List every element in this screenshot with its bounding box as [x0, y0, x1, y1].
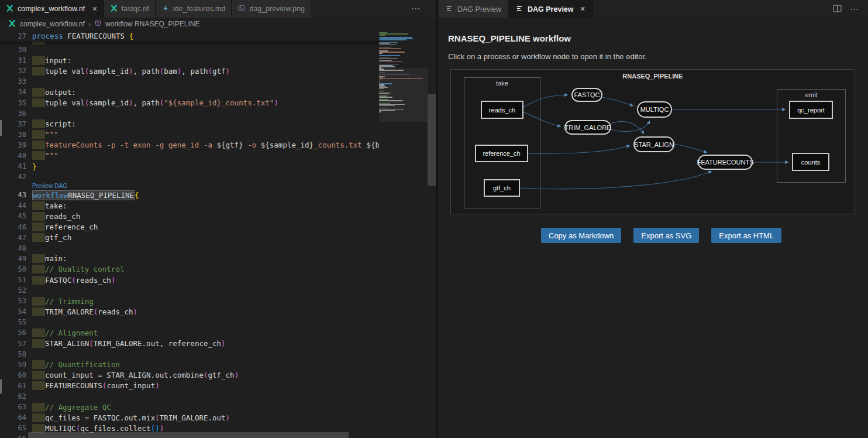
code-line[interactable]: 33 [0, 76, 379, 87]
line-number: 47 [0, 234, 26, 242]
line-number: 35 [0, 99, 26, 107]
dag-node-qc_report[interactable]: qc_report [789, 101, 833, 119]
code-line[interactable]: 52 [0, 285, 379, 296]
code-line[interactable]: 46reference_ch [0, 222, 379, 232]
editor-tab-fastqc.nf[interactable]: fastqc.nf [104, 0, 156, 18]
code-line[interactable]: 38""" [0, 129, 379, 140]
indent-highlight [32, 141, 45, 149]
gutter-decoration [0, 379, 2, 393]
code-line[interactable]: 58 [0, 349, 379, 360]
code-line[interactable]: 47gtf_ch [0, 232, 379, 243]
dag-node-STAR_ALIGN[interactable]: STAR_ALIGN [633, 136, 674, 152]
line-number: 51 [0, 276, 26, 284]
sticky-scroll-line[interactable]: 27process FEATURECOUNTS { [0, 30, 379, 42]
line-number: 50 [0, 265, 26, 273]
minimap-slider[interactable] [379, 68, 428, 122]
code-line[interactable]: 59// Quantification [0, 360, 379, 370]
code-line[interactable]: 62 [0, 391, 379, 402]
breadcrumb-file[interactable]: complex_workflow.nf [20, 20, 85, 28]
code-line[interactable]: 31input: [0, 55, 379, 66]
code-line[interactable]: 40""" [0, 150, 379, 161]
line-number: 34 [0, 88, 26, 96]
preview-icon [516, 5, 523, 14]
code-editor[interactable]: 27process FEATURECOUNTS { 3031input:32tu… [0, 30, 436, 438]
indent-highlight [32, 233, 45, 242]
code-line[interactable]: 42 [0, 172, 379, 182]
code-line[interactable]: 36 [0, 108, 379, 119]
line-number: 38 [0, 131, 26, 139]
indent-highlight [32, 201, 45, 210]
code-line[interactable]: 34output: [0, 87, 379, 97]
code-line[interactable]: 45reads_ch [0, 211, 379, 221]
export-as-html-button[interactable]: Export as HTML [711, 228, 781, 243]
indent-highlight [32, 265, 45, 273]
code-line[interactable]: 55 [0, 317, 379, 327]
dag-node-reference_ch[interactable]: reference_ch [475, 145, 528, 162]
close-icon[interactable]: ✕ [92, 5, 97, 13]
indent-highlight [32, 297, 45, 306]
code-line[interactable]: 44take: [0, 200, 379, 211]
editor-tab-complex_workflow.nf[interactable]: complex_workflow.nf✕ [0, 0, 104, 18]
line-number: 32 [0, 67, 26, 75]
panel-subtitle: Click on a process or workflow node to o… [448, 52, 859, 61]
panel-more-actions-icon[interactable]: ⋯ [850, 4, 860, 15]
code-line[interactable]: 60count_input = STAR_ALIGN.out.combine(g… [0, 370, 379, 381]
line-number: 41 [0, 162, 26, 170]
breadcrumb: complex_workflow.nf › workflow RNASEQ_PI… [0, 18, 436, 30]
indent-highlight [32, 403, 45, 412]
dag-node-counts[interactable]: counts [792, 153, 829, 171]
image-icon [237, 4, 246, 14]
vertical-scrollbar[interactable] [428, 94, 436, 186]
indent-highlight [32, 212, 45, 221]
export-as-svg-button[interactable]: Export as SVG [633, 228, 699, 243]
code-line[interactable]: 57STAR_ALIGN(TRIM_GALORE.out, reference_… [0, 338, 379, 349]
code-line[interactable]: 56// Alignment [0, 327, 379, 338]
line-number: 52 [0, 286, 26, 295]
code-line[interactable]: 64qc_files = FASTQC.out.mix(TRIM_GALORE.… [0, 412, 379, 423]
code-line[interactable]: 37script: [0, 119, 379, 129]
code-line[interactable]: 35tuple val(sample_id), path("${sample_i… [0, 97, 379, 108]
line-number: 55 [0, 318, 26, 326]
code-line[interactable]: 61FEATURECOUNTS(count_input) [0, 381, 379, 391]
code-line[interactable]: 49main: [0, 254, 379, 264]
editor-more-actions-icon[interactable]: ⋯ [411, 4, 421, 14]
code-line[interactable]: 51FASTQC(reads_ch) [0, 275, 379, 285]
code-line[interactable]: 50// Quality control [0, 264, 379, 275]
breadcrumb-symbol[interactable]: workflow RNASEQ_PIPELINE [105, 20, 199, 28]
code-line[interactable]: 30 [0, 45, 379, 55]
export-buttons: Copy as MarkdownExport as SVGExport as H… [541, 228, 859, 243]
dag-node-MULTIQC[interactable]: MULTIQC [637, 101, 672, 118]
close-icon[interactable]: ✕ [580, 5, 585, 13]
dag-node-TRIM_GALORE[interactable]: TRIM_GALORE [564, 120, 611, 135]
code-line[interactable]: 41} [0, 161, 379, 172]
line-number: 48 [0, 244, 26, 252]
code-line[interactable]: 48 [0, 243, 379, 254]
editor-tab-dag_preview.png[interactable]: dag_preview.png [232, 0, 311, 18]
code-line[interactable]: 32tuple val(sample_id), path(bam), path(… [0, 66, 379, 76]
line-number: 59 [0, 361, 26, 369]
code-line[interactable]: 53// Trimming [0, 296, 379, 306]
indent-highlight [32, 307, 45, 316]
code-line[interactable]: 63// Aggregate QC [0, 402, 379, 412]
dag-node-FASTQC[interactable]: FASTQC [571, 88, 602, 102]
split-editor-icon[interactable] [833, 4, 842, 15]
code-line[interactable]: 54TRIM_GALORE(reads_ch) [0, 306, 379, 317]
copy-as-markdown-button[interactable]: Copy as Markdown [541, 228, 621, 243]
dag-node-reads_ch[interactable]: reads_ch [481, 101, 523, 119]
indent-highlight [32, 56, 45, 65]
editor-tab-ide_features.md[interactable]: ide_features.md [156, 0, 232, 18]
code-line[interactable]: 43workflow RNASEQ_PIPELINE { [0, 190, 379, 200]
tab-label: complex_workflow.nf [18, 5, 85, 13]
dag-preview-panel: DAG PreviewDAG Preview✕ ⋯ RNASEQ_PIPELIN… [439, 0, 868, 438]
dag-node-FEATURECOUNTS[interactable]: FEATURECOUNTS [698, 155, 753, 170]
code-line[interactable]: 39featureCounts -p -t exon -g gene_id -a… [0, 140, 379, 150]
line-number: 63 [0, 403, 26, 411]
panel-tab-dag-preview[interactable]: DAG Preview✕ [509, 0, 593, 18]
tab-label: ide_features.md [173, 5, 226, 13]
horizontal-scrollbar[interactable] [28, 432, 349, 438]
preview-icon [446, 5, 453, 14]
codelens-preview-dag[interactable]: Preview DAG [0, 182, 436, 190]
dag-node-gtf_ch[interactable]: gtf_ch [484, 179, 520, 197]
editor-tabstrip: complex_workflow.nf✕fastqc.nfide_feature… [0, 0, 436, 18]
panel-tab-dag-preview[interactable]: DAG Preview [439, 0, 509, 18]
